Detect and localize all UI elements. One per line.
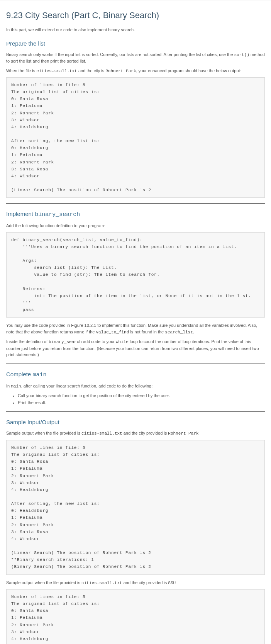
inline-code: value_to_find [96, 330, 129, 335]
text: Inside the definition of [6, 339, 49, 344]
text: , your enhanced program should have the … [136, 68, 241, 73]
list-item: Print the result. [18, 399, 265, 406]
text: Sample output when the file provided is [6, 580, 81, 585]
complete-list: Call your binary search function to get … [6, 393, 265, 406]
inline-code: main [32, 372, 46, 378]
text: Sample output when the file provided is [6, 431, 81, 435]
inline-code: main [11, 384, 21, 389]
text: and the city provided is [122, 580, 168, 585]
sample-p1: Sample output when the file provided is … [6, 430, 265, 437]
text: add code to your [82, 339, 116, 344]
inline-code: search_list [165, 330, 193, 335]
inline-code: Rohnert Park [105, 69, 136, 73]
inline-code: cities-small.txt [81, 431, 122, 436]
divider [6, 364, 265, 364]
section-heading-implement: Implement binary_search [6, 211, 265, 218]
inline-code: while [116, 340, 129, 344]
section-heading-complete: Complete main [6, 371, 265, 378]
text: When the file is [6, 68, 36, 73]
code-block-binary-search: def binary_search(search_list, value_to_… [6, 232, 265, 318]
section-heading-prepare: Prepare the list [6, 40, 265, 47]
intro-paragraph: In this part, we will extend our code to… [6, 27, 265, 33]
text: if the [85, 330, 96, 334]
section-heading-sample: Sample Input/Output [6, 419, 265, 425]
output-block-sample-1: Number of lines in file: 5 The original … [6, 440, 265, 575]
divider [6, 203, 265, 204]
sample-p2: Sample output when the file provided is … [6, 579, 265, 586]
page-title: 9.23 City Search (Part C, Binary Search) [6, 10, 265, 20]
text: Complete [6, 371, 32, 377]
text: Binary search only works if the input li… [6, 52, 234, 57]
inline-code: sort() [234, 53, 249, 57]
text: and the city provided is [122, 431, 168, 435]
text: In [6, 384, 11, 388]
document-page: 9.23 City Search (Part C, Binary Search)… [0, 0, 271, 644]
complete-p1: In main, after calling your linear searc… [6, 383, 265, 390]
text: . [193, 330, 194, 334]
inline-code: binary_search [49, 340, 82, 344]
inline-code: cities-small.txt [81, 581, 122, 585]
inline-code: SSU [168, 581, 176, 585]
list-item: Call your binary search function to get … [18, 393, 265, 399]
inline-code: None [74, 330, 84, 335]
divider [6, 411, 265, 412]
output-block-prepare: Number of lines in file: 5 The original … [6, 77, 265, 198]
implement-p1: Add the following function definition to… [6, 223, 265, 229]
implement-p2: You may use the code provided in Figure … [6, 322, 265, 335]
inline-code: cities-small.txt [36, 69, 77, 73]
prepare-p1: Binary search only works if the input li… [6, 51, 265, 65]
text: Implement [6, 211, 35, 217]
text: is not found in the [129, 330, 165, 334]
text: and the city is [77, 68, 105, 73]
inline-code: Rohnert Park [168, 431, 198, 436]
implement-p3: Inside the definition of binary_search a… [6, 338, 265, 358]
text: , after calling your linear search funct… [21, 384, 153, 388]
output-block-sample-2: Number of lines in file: 5 The original … [6, 589, 265, 644]
inline-code: binary_search [35, 211, 80, 218]
prepare-p2: When the file is cities-small.txt and th… [6, 68, 265, 75]
